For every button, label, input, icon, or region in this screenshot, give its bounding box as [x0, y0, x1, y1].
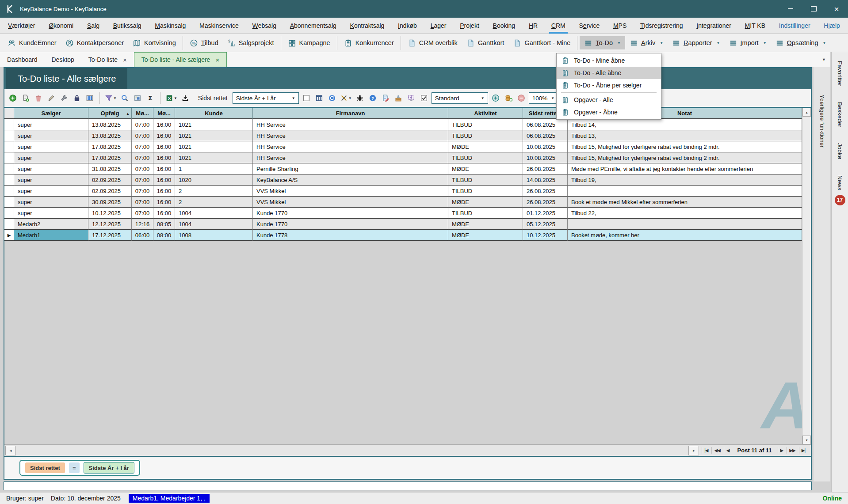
- row-selector[interactable]: [4, 119, 14, 130]
- table-cell-notat[interactable]: Tilbud 19,: [568, 174, 802, 186]
- table-cell-notat[interactable]: Tilbud 15, Mulighed for yderligere rabat…: [568, 141, 802, 152]
- table-cell-sidst-rette[interactable]: 26.08.2025: [523, 197, 568, 208]
- table-cell-kunde[interactable]: 1008: [175, 230, 253, 241]
- menu-item-opgaver-alle[interactable]: Opgaver - Alle: [557, 94, 661, 106]
- first-record-button[interactable]: |◀: [702, 447, 710, 454]
- tab-dashboard[interactable]: Dashboard: [0, 52, 45, 67]
- table-cell-m[interactable]: 07:00: [132, 141, 153, 152]
- row-selector[interactable]: [4, 130, 14, 141]
- menu-hj-lp[interactable]: Hjælp: [821, 18, 843, 33]
- monitor-down-button[interactable]: [406, 92, 416, 104]
- table-cell-sidst-rette[interactable]: 01.12.2025: [523, 208, 568, 219]
- horizontal-scrollbar[interactable]: ◂ ▸ |◀◀◀◀Post 11 af 11▶▶▶▶|: [4, 444, 811, 456]
- table-cell-opf-lg[interactable]: 13.08.2025: [88, 130, 132, 141]
- table-cell-opf-lg[interactable]: 02.09.2025: [88, 186, 132, 197]
- menu-item-opgaver-bne[interactable]: Opgaver - Åbne: [557, 106, 661, 118]
- side-panel-collapsed[interactable]: Yderligere funktioner: [814, 67, 830, 481]
- table-cell-opf-lg[interactable]: 13.08.2025: [88, 119, 132, 130]
- table-cell-sidst-rette[interactable]: 26.08.2025: [523, 163, 568, 174]
- view-select[interactable]: Standard▼: [432, 92, 488, 104]
- checkbox-button[interactable]: [301, 92, 312, 104]
- menu-v-rkt-jer[interactable]: Værktøjer: [5, 18, 38, 33]
- table-cell-sidst-rette[interactable]: 06.08.2025: [523, 130, 568, 141]
- search-button[interactable]: [119, 92, 130, 104]
- table-cell-kunde[interactable]: 1: [175, 163, 253, 174]
- table-cell-notat[interactable]: [568, 219, 802, 230]
- table-cell-opf-lg[interactable]: 10.12.2025: [88, 208, 132, 219]
- table-cell-s-lger[interactable]: super: [14, 174, 88, 186]
- konkurrencer-button[interactable]: Konkurrencer: [340, 36, 398, 49]
- last-record-button[interactable]: ▶|: [799, 447, 807, 454]
- table-cell-m[interactable]: 07:00: [132, 119, 153, 130]
- menu-item-to-do-mine-bne[interactable]: To-Do - Mine åbne: [557, 54, 661, 67]
- kontaktpersoner-button[interactable]: Kontaktpersoner: [61, 36, 128, 49]
- table-cell-kunde[interactable]: 2: [175, 186, 253, 197]
- menu-projekt[interactable]: Projekt: [457, 18, 482, 33]
- table-cell-sidst-rette[interactable]: 10.12.2025: [523, 230, 568, 241]
- scroll-up-button[interactable]: ▴: [802, 108, 811, 117]
- person-box-button[interactable]: [393, 92, 404, 104]
- table-cell-m[interactable]: 16:00: [153, 141, 175, 152]
- column-header-m[interactable]: Mø...: [132, 108, 153, 119]
- table-cell-s-lger[interactable]: super: [14, 119, 88, 130]
- table-cell-m[interactable]: 07:00: [132, 197, 153, 208]
- table-cell-aktivitet[interactable]: TILBUD: [448, 174, 523, 186]
- ops-tning-button[interactable]: Opsætning▼: [771, 36, 831, 49]
- table-cell-sidst-rette[interactable]: 10.08.2025: [523, 152, 568, 163]
- trash-button[interactable]: [33, 92, 44, 104]
- table-cell-aktivitet[interactable]: MØDE: [448, 197, 523, 208]
- table-cell-m[interactable]: 07:00: [132, 208, 153, 219]
- table-cell-notat[interactable]: Tilbud 13,: [568, 130, 802, 141]
- menu-booking[interactable]: Booking: [490, 18, 518, 33]
- minus-circle-button[interactable]: [516, 92, 527, 104]
- table-cell-opf-lg[interactable]: 12.12.2025: [88, 219, 132, 230]
- table-cell-m[interactable]: 07:00: [132, 174, 153, 186]
- table-cell-kunde[interactable]: 1004: [175, 208, 253, 219]
- date-range-select[interactable]: Sidste År + I år▼: [233, 92, 299, 104]
- menu-hr[interactable]: HR: [526, 18, 540, 33]
- maximize-button[interactable]: [802, 0, 825, 18]
- kundeemner-button[interactable]: KundeEmner: [3, 36, 61, 49]
- table-cell-aktivitet[interactable]: TILBUD: [448, 186, 523, 197]
- vertical-scrollbar[interactable]: ▴ ▾: [802, 108, 811, 444]
- menu-maskinservice[interactable]: Maskinservice: [197, 18, 241, 33]
- kampagne-button[interactable]: Kampagne: [283, 36, 335, 49]
- tab-to-do-liste-alle-s-lgere[interactable]: To-Do liste - Alle sælgere×: [134, 52, 227, 67]
- row-selector[interactable]: [4, 186, 14, 197]
- table-cell-notat[interactable]: Tilbud 15, Mulighed for yderligere rabat…: [568, 152, 802, 163]
- table-cell-m[interactable]: 16:00: [153, 174, 175, 186]
- column-header-s-lger[interactable]: Sælger: [14, 108, 88, 119]
- table-cell-kunde[interactable]: 2: [175, 197, 253, 208]
- table-cell-aktivitet[interactable]: TILBUD: [448, 119, 523, 130]
- row-selector[interactable]: [4, 152, 14, 163]
- table-cell-firmanavn[interactable]: Pernille Sharling: [253, 163, 448, 174]
- table-cell-firmanavn[interactable]: HH Service: [253, 130, 448, 141]
- table-cell-opf-lg[interactable]: 02.09.2025: [88, 174, 132, 186]
- crm-overblik-button[interactable]: CRM overblik: [403, 36, 462, 49]
- row-selector[interactable]: [4, 208, 14, 219]
- table-cell-firmanavn[interactable]: HH Service: [253, 152, 448, 163]
- next-record-button[interactable]: ▶: [778, 447, 786, 454]
- table-cell-firmanavn[interactable]: VVS Mikkel: [253, 186, 448, 197]
- scroll-left-button[interactable]: ◂: [5, 446, 16, 455]
- coins-button[interactable]: [503, 92, 514, 104]
- help-button[interactable]: ?: [367, 92, 378, 104]
- active-filter-chips[interactable]: Sidst rettet = Sidste År + I år: [19, 460, 140, 476]
- import-button[interactable]: Import▼: [725, 36, 771, 49]
- table-cell-aktivitet[interactable]: MØDE: [448, 230, 523, 241]
- row-selector[interactable]: [4, 197, 14, 208]
- table-cell-m[interactable]: 07:00: [132, 186, 153, 197]
- close-button[interactable]: ×: [825, 0, 848, 18]
- column-header-aktivitet[interactable]: Aktivitet: [448, 108, 523, 119]
- menu-service[interactable]: Service: [577, 18, 603, 33]
- table-cell-notat[interactable]: Booket møde, kommer her: [568, 230, 802, 241]
- table-cell-firmanavn[interactable]: Kunde 1770: [253, 208, 448, 219]
- table-cell-m[interactable]: 08:05: [153, 219, 175, 230]
- menu-integrationer[interactable]: Integrationer: [694, 18, 734, 33]
- table-cell-m[interactable]: 08:00: [153, 230, 175, 241]
- table-cell-opf-lg[interactable]: 17.08.2025: [88, 141, 132, 152]
- table-cell-kunde[interactable]: 1004: [175, 219, 253, 230]
- table-cell-opf-lg[interactable]: 17.12.2025: [88, 230, 132, 241]
- table-cell-kunde[interactable]: 1021: [175, 152, 253, 163]
- menu-lager[interactable]: Lager: [428, 18, 449, 33]
